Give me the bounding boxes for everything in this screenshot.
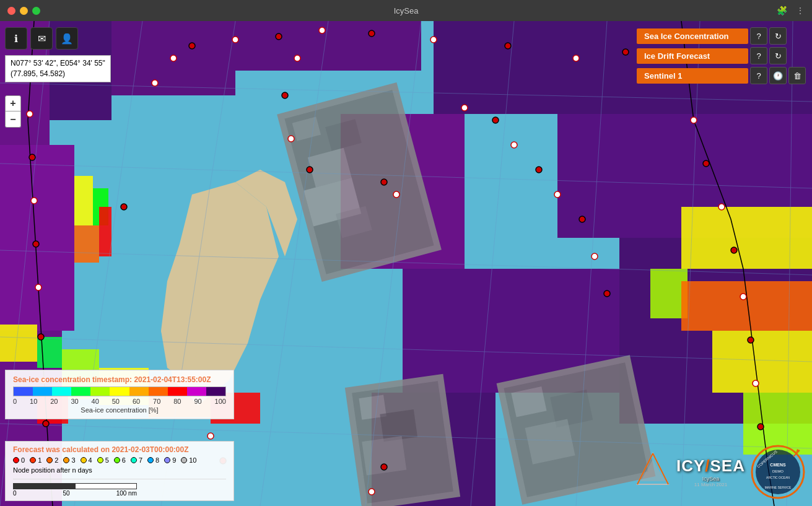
svg-rect-13 <box>74 176 93 225</box>
decimal-coords: (77.895, 54.582) <box>11 69 105 79</box>
puzzle-icon[interactable]: 🧩 <box>777 6 787 15</box>
node-label-10: 10 <box>189 456 196 464</box>
logo-sea: SEA <box>710 456 745 475</box>
svg-text:DEMO: DEMO <box>772 469 784 473</box>
ice-drift-label: Ice Drift Forecast <box>637 48 748 64</box>
email-button[interactable]: ✉ <box>30 27 53 50</box>
node-dot-9 <box>164 457 170 463</box>
node-label-6: 6 <box>122 456 126 464</box>
logo-version: 11 March 2021 <box>676 482 745 487</box>
svg-text:CMENS: CMENS <box>770 463 786 467</box>
sentinel-label: Sentinel 1 <box>637 68 748 84</box>
legend-title-prefix: Sea-ice concentration timestamp: <box>13 375 132 384</box>
info-button[interactable]: ℹ <box>5 27 27 50</box>
svg-rect-15 <box>74 225 99 263</box>
svg-rect-26 <box>681 281 812 331</box>
ice-drift-help-button[interactable]: ? <box>750 47 767 64</box>
svg-rect-16 <box>99 207 111 256</box>
window-controls <box>7 7 40 15</box>
toolbar: ℹ ✉ 👤 <box>5 27 78 50</box>
sentinel-delete-button[interactable]: 🗑 <box>788 67 806 84</box>
legend-label-0: 0 <box>13 398 17 405</box>
zoom-in-button[interactable]: + <box>5 95 21 111</box>
sea-ice-refresh-button[interactable]: ↻ <box>769 27 787 45</box>
user-button[interactable]: 👤 <box>56 27 78 50</box>
color-stop-0 <box>14 387 33 396</box>
node-label-5: 5 <box>105 456 109 464</box>
info-icon: ℹ <box>14 33 18 45</box>
lat-lon-text: N077° 53' 42", E054° 34' 55" <box>11 58 105 69</box>
legend-label-90: 90 <box>194 398 201 405</box>
node-label-4: 4 <box>89 456 92 464</box>
scalebar-0: 0 <box>13 490 17 497</box>
ice-layer <box>0 21 812 506</box>
node-legend: 012345678910 <box>13 456 226 464</box>
titlebar: IcySea 🧩 ⋮ <box>0 0 812 21</box>
sea-ice-help-button[interactable]: ? <box>750 27 767 45</box>
color-stop-80 <box>168 387 187 396</box>
minimize-button[interactable] <box>20 7 28 15</box>
legend-label-10: 10 <box>30 398 37 405</box>
svg-rect-48 <box>362 436 406 476</box>
color-stop-10 <box>33 387 52 396</box>
node-item-4: 4 <box>81 456 92 464</box>
map-view[interactable]: ℹ ✉ 👤 N077° 53' 42", E054° 34' 55" (77.8… <box>0 21 812 506</box>
color-stop-100 <box>206 387 225 396</box>
svg-rect-17 <box>0 325 37 362</box>
node-dot-5 <box>97 457 103 463</box>
maximize-button[interactable] <box>32 7 40 15</box>
legend-label-100: 100 <box>215 398 226 405</box>
zoom-out-button[interactable]: − <box>5 111 21 128</box>
sentinel-help-button[interactable]: ? <box>750 67 767 84</box>
menu-icon[interactable]: ⋮ <box>796 6 805 15</box>
titlebar-right-icons: 🧩 ⋮ <box>777 6 805 15</box>
color-bar <box>13 386 226 396</box>
node-label-9: 9 <box>172 456 176 464</box>
forecast-timestamp: 2021-02-03T00:00:00Z <box>111 445 188 454</box>
legend-label-80: 80 <box>173 398 181 405</box>
legend-timestamp: 2021-02-04T13:55:00Z <box>134 375 211 384</box>
node-dot-10 <box>181 457 187 463</box>
color-stop-60 <box>129 387 149 396</box>
node-dot-4 <box>81 457 87 463</box>
legend-label-60: 60 <box>133 398 140 405</box>
scalebar-50: 50 <box>63 490 70 497</box>
node-label-2: 2 <box>55 456 58 464</box>
node-dot-6 <box>114 457 120 463</box>
legend-title: Sea-ice concentration timestamp: 2021-02… <box>13 375 226 384</box>
node-dot-7 <box>131 457 137 463</box>
legend-label-20: 20 <box>50 398 58 405</box>
svg-rect-24 <box>681 207 812 269</box>
scale-bar <box>13 483 137 489</box>
svg-rect-6 <box>235 21 421 71</box>
node-legend-label: Node position after n days <box>13 466 226 474</box>
node-label-1: 1 <box>38 456 41 464</box>
svg-rect-2 <box>0 145 74 331</box>
ice-drift-refresh-button[interactable]: ↻ <box>769 47 787 64</box>
node-item-1: 1 <box>30 456 41 464</box>
svg-rect-18 <box>37 337 62 368</box>
node-dot-0 <box>13 457 19 463</box>
color-stop-90 <box>187 387 206 396</box>
close-button[interactable] <box>7 7 15 15</box>
legend-unit: Sea-ice concentration [%] <box>13 406 226 414</box>
node-item-10: 10 <box>181 456 196 464</box>
node-item-5: 5 <box>97 456 109 464</box>
ice-drift-layer-row: Ice Drift Forecast ? ↻ <box>637 47 806 64</box>
icysea-logo: ICY/SEA IcySea 11 March 2021 COPERNICUS … <box>634 444 806 500</box>
legend-label-50: 50 <box>112 398 120 405</box>
node-item-2: 2 <box>46 456 58 464</box>
sea-ice-layer-row: Sea Ice Concentration ? ↻ <box>637 27 806 45</box>
node-label-8: 8 <box>155 456 159 464</box>
color-stop-50 <box>110 387 129 396</box>
email-icon: ✉ <box>38 33 46 45</box>
sentinel-time-button[interactable]: 🕐 <box>769 67 787 84</box>
legend-box: Sea-ice concentration timestamp: 2021-02… <box>5 370 234 419</box>
node-dot-2 <box>46 457 53 463</box>
svg-text:ARCTIC OCEAN: ARCTIC OCEAN <box>766 476 790 479</box>
forecast-prefix: Forecast was calculated on <box>13 445 110 454</box>
scalebar-100: 100 nm <box>116 490 137 497</box>
logo-icy: ICY <box>676 456 705 475</box>
layer-panel: Sea Ice Concentration ? ↻ Ice Drift Fore… <box>637 27 806 84</box>
coordinates-display: N077° 53' 42", E054° 34' 55" (77.895, 54… <box>5 55 111 82</box>
